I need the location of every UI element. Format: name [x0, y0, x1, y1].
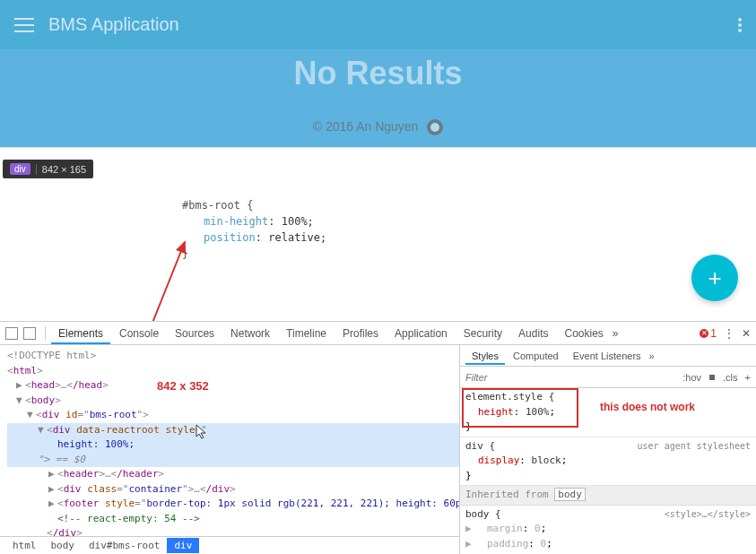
tab-styles[interactable]: Styles — [465, 348, 505, 365]
tab-computed[interactable]: Computed — [507, 348, 565, 364]
rule-body: <style>…</style> body { ▶margin: 0; ▶pad… — [460, 506, 756, 555]
plus-icon: + — [708, 264, 721, 292]
tab-application[interactable]: Application — [387, 324, 455, 343]
annotation-note: this does not work — [600, 399, 695, 415]
rule-element-style: this does not work element.style { heigh… — [460, 388, 756, 437]
cursor-icon — [196, 424, 208, 440]
tab-timeline[interactable]: Timeline — [279, 324, 334, 343]
crumb-body[interactable]: body — [44, 538, 83, 553]
inherit-body-link[interactable]: body — [554, 488, 586, 501]
tab-elements[interactable]: Elements — [51, 324, 110, 344]
app-viewport: BMS Application No Results © 2016 An Ngu… — [0, 0, 756, 148]
rule-div-ua: user agent stylesheet div { display: blo… — [460, 437, 756, 487]
element-dimensions-badge: div 842 × 165 — [3, 160, 93, 178]
filter-input[interactable] — [465, 372, 675, 383]
annotation-dimensions: 842 x 352 — [157, 377, 209, 395]
tab-sources[interactable]: Sources — [168, 324, 222, 343]
badge-tag: div — [10, 163, 30, 175]
footer-line: © 2016 An Nguyen — [0, 119, 756, 135]
tab-console[interactable]: Console — [112, 324, 166, 343]
error-count[interactable]: ✕1 — [700, 327, 717, 340]
hamburger-icon[interactable] — [14, 18, 34, 32]
copyright-text: © 2016 An Nguyen — [313, 119, 419, 134]
pin-icon[interactable]: ◆ — [706, 370, 719, 384]
tab-security[interactable]: Security — [456, 324, 509, 343]
styles-tabs-overflow-icon[interactable]: » — [649, 351, 655, 361]
devtools-tabs: Elements Console Sources Network Timelin… — [0, 322, 756, 345]
crumb-bmsroot[interactable]: div#bms-root — [82, 538, 167, 553]
crumb-html[interactable]: html — [5, 538, 44, 553]
devtools-close-icon[interactable]: ✕ — [742, 327, 751, 340]
tab-network[interactable]: Network — [223, 324, 277, 343]
inherited-from-header: Inherited from body — [460, 486, 756, 506]
no-results-heading: No Results — [0, 55, 756, 92]
fab-add-button[interactable]: + — [691, 255, 738, 301]
tab-event-listeners[interactable]: Event Listeners — [567, 348, 647, 364]
styles-tabs: Styles Computed Event Listeners » — [460, 345, 756, 367]
devtools-menu-icon[interactable]: ⋮ — [724, 327, 734, 340]
app-title: BMS Application — [48, 14, 738, 35]
dom-tree[interactable]: 842 x 352 <!DOCTYPE html> <html> ▶<head>… — [0, 345, 459, 536]
css-tooltip: #bms-root { min-height: 100%; position: … — [182, 197, 339, 262]
devtools: Elements Console Sources Network Timelin… — [0, 321, 756, 554]
inspect-icon[interactable] — [5, 327, 18, 340]
hov-toggle[interactable]: :hov — [682, 372, 701, 383]
crumb-div[interactable]: div — [167, 538, 199, 553]
elements-panel: 842 x 352 <!DOCTYPE html> <html> ▶<head>… — [0, 345, 460, 554]
kebab-menu-icon[interactable] — [738, 18, 742, 32]
dom-breadcrumb: html body div#bms-root div — [0, 536, 459, 554]
github-icon[interactable] — [427, 119, 443, 135]
device-toggle-icon[interactable] — [23, 327, 36, 340]
styles-panel: Styles Computed Event Listeners » :hov ◆… — [460, 345, 756, 554]
badge-dims: 842 × 165 — [42, 164, 86, 175]
cls-toggle[interactable]: .cls — [723, 372, 738, 383]
tab-audits[interactable]: Audits — [511, 324, 555, 343]
app-header: BMS Application — [0, 0, 756, 49]
tab-cookies[interactable]: Cookies — [557, 324, 610, 343]
styles-rules[interactable]: this does not work element.style { heigh… — [460, 388, 756, 554]
new-rule-icon[interactable]: + — [745, 372, 751, 383]
tabs-overflow-icon[interactable]: » — [613, 327, 619, 340]
tab-profiles[interactable]: Profiles — [335, 324, 386, 343]
styles-filter-bar: :hov ◆ .cls + — [460, 367, 756, 388]
